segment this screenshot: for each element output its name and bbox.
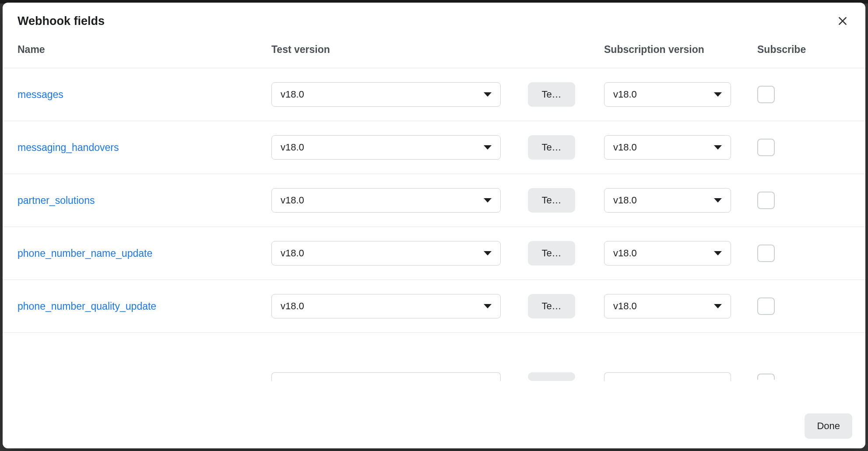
subscription-version-cell: v18.0 (604, 241, 757, 266)
subscribe-cell (757, 245, 819, 262)
subscribe-cell (757, 192, 819, 209)
test-button[interactable]: Te… (528, 82, 575, 107)
test-version-cell: v18.0 Te… (271, 82, 604, 107)
subscription-version-value: v18.0 (613, 195, 637, 206)
table-row: partner_solutions v18.0 Te… v18.0 (3, 174, 865, 227)
subscription-version-cell: v18.0 (604, 135, 757, 160)
subscription-version-select[interactable] (604, 372, 731, 381)
subscription-version-select[interactable]: v18.0 (604, 241, 731, 266)
column-header-subscription-version: Subscription version (604, 44, 757, 56)
table-row: phone_number_quality_update v18.0 Te… v1… (3, 280, 865, 333)
test-version-value: v18.0 (281, 142, 304, 153)
subscribe-cell (757, 374, 819, 380)
chevron-down-icon (484, 145, 492, 150)
subscribe-cell (757, 86, 819, 103)
field-name-link[interactable]: messaging_handovers (18, 142, 271, 154)
test-version-select[interactable]: v18.0 (271, 188, 501, 213)
subscription-version-select[interactable]: v18.0 (604, 82, 731, 107)
modal-header: Webhook fields (3, 3, 865, 37)
table-row (3, 333, 865, 406)
subscription-version-cell: v18.0 (604, 82, 757, 107)
subscribe-checkbox[interactable] (757, 192, 775, 209)
test-version-cell: v18.0 Te… (271, 294, 604, 318)
done-button[interactable]: Done (805, 413, 852, 439)
close-button[interactable] (835, 13, 850, 29)
subscription-version-value: v18.0 (613, 248, 637, 259)
test-version-cell: v18.0 Te… (271, 135, 604, 160)
chevron-down-icon (484, 92, 492, 97)
field-name-link[interactable]: phone_number_name_update (18, 248, 271, 259)
modal-footer: Done (3, 406, 865, 448)
test-version-select[interactable]: v18.0 (271, 241, 501, 266)
subscription-version-value: v18.0 (613, 301, 637, 312)
test-version-value: v18.0 (281, 248, 304, 259)
subscribe-checkbox[interactable] (757, 86, 775, 103)
close-icon (837, 15, 848, 27)
modal-body[interactable]: Name Test version Subscription version S… (3, 37, 865, 406)
test-version-value: v18.0 (281, 89, 304, 100)
modal-title: Webhook fields (18, 14, 105, 28)
chevron-down-icon (714, 198, 722, 203)
test-version-value: v18.0 (281, 301, 304, 312)
test-version-cell (271, 372, 604, 381)
table-row: phone_number_name_update v18.0 Te… v18.0 (3, 227, 865, 280)
chevron-down-icon (484, 198, 492, 203)
table-header: Name Test version Subscription version S… (3, 37, 865, 68)
test-version-cell: v18.0 Te… (271, 241, 604, 266)
chevron-down-icon (714, 145, 722, 150)
test-button[interactable]: Te… (528, 241, 575, 266)
subscribe-checkbox[interactable] (757, 374, 775, 380)
subscription-version-cell: v18.0 (604, 188, 757, 213)
column-header-test-version: Test version (271, 44, 604, 56)
test-button[interactable] (528, 372, 575, 381)
test-version-select[interactable]: v18.0 (271, 135, 501, 160)
subscription-version-select[interactable]: v18.0 (604, 188, 731, 213)
subscription-version-value: v18.0 (613, 142, 637, 153)
subscription-version-select[interactable]: v18.0 (604, 135, 731, 160)
column-header-subscribe: Subscribe (757, 44, 819, 56)
test-button[interactable]: Te… (528, 294, 575, 318)
chevron-down-icon (714, 304, 722, 308)
subscribe-cell (757, 139, 819, 156)
column-header-name: Name (18, 44, 271, 56)
field-name-link[interactable]: partner_solutions (18, 195, 271, 206)
test-button[interactable]: Te… (528, 188, 575, 213)
table-row: messages v18.0 Te… v18.0 (3, 68, 865, 121)
chevron-down-icon (484, 304, 492, 308)
subscription-version-cell (604, 372, 757, 381)
subscribe-cell (757, 297, 819, 315)
test-version-select[interactable]: v18.0 (271, 294, 501, 318)
subscription-version-cell: v18.0 (604, 294, 757, 318)
table-row: messaging_handovers v18.0 Te… v18.0 (3, 121, 865, 174)
field-name-link[interactable]: phone_number_quality_update (18, 301, 271, 312)
chevron-down-icon (714, 92, 722, 97)
test-version-select[interactable] (271, 372, 501, 381)
webhook-fields-modal: Webhook fields Name Test version Subscri… (3, 3, 865, 448)
subscription-version-select[interactable]: v18.0 (604, 294, 731, 318)
chevron-down-icon (714, 251, 722, 255)
test-version-cell: v18.0 Te… (271, 188, 604, 213)
chevron-down-icon (484, 251, 492, 255)
subscribe-checkbox[interactable] (757, 245, 775, 262)
test-button[interactable]: Te… (528, 135, 575, 160)
test-version-select[interactable]: v18.0 (271, 82, 501, 107)
subscribe-checkbox[interactable] (757, 139, 775, 156)
field-name-link[interactable]: messages (18, 89, 271, 101)
subscribe-checkbox[interactable] (757, 297, 775, 315)
subscription-version-value: v18.0 (613, 89, 637, 100)
test-version-value: v18.0 (281, 195, 304, 206)
